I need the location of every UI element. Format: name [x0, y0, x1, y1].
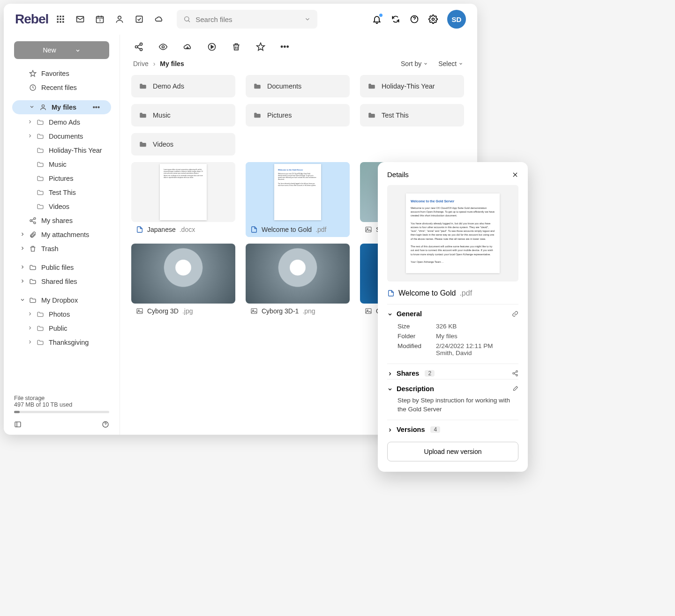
- more-icon[interactable]: •••: [93, 104, 100, 111]
- tree-item[interactable]: Holiday-This Year: [4, 143, 120, 157]
- file-tile[interactable]: Welcome to the Gold ServerWelcome to you…: [246, 162, 350, 237]
- crumb-root[interactable]: Drive: [133, 60, 149, 67]
- settings-icon[interactable]: [428, 15, 438, 24]
- calendar-icon[interactable]: 9: [95, 15, 105, 24]
- chevron-right-icon: [27, 339, 33, 346]
- close-icon[interactable]: [512, 171, 518, 178]
- file-tile[interactable]: Lorem ipsum dolor sit amet consectetur a…: [131, 162, 235, 237]
- tree-item[interactable]: Videos: [4, 200, 120, 214]
- cloud-icon[interactable]: [154, 15, 164, 24]
- upload-new-version-button[interactable]: Upload new version: [387, 442, 518, 461]
- svg-point-39: [516, 374, 518, 376]
- file-thumbnail: [131, 244, 235, 304]
- svg-rect-1: [60, 16, 61, 17]
- sidebar-myattachments[interactable]: My attachments: [4, 228, 120, 242]
- play-button[interactable]: [207, 42, 217, 52]
- file-storage: File storage 497 MB of 10 TB used: [4, 391, 120, 417]
- view-button[interactable]: [158, 42, 168, 52]
- section-general-header[interactable]: General: [387, 310, 518, 318]
- svg-point-37: [516, 371, 518, 372]
- avatar[interactable]: SD: [447, 10, 466, 29]
- section-general: General Size326 KB FolderMy files Modifi…: [387, 304, 518, 364]
- search-input[interactable]: [195, 15, 300, 23]
- tree-item[interactable]: Photos: [4, 307, 120, 321]
- folder-icon: [29, 297, 37, 304]
- more-button[interactable]: •••: [280, 42, 290, 52]
- svg-rect-35: [366, 309, 371, 314]
- folder-card[interactable]: Documents: [246, 75, 350, 97]
- tasks-icon[interactable]: [135, 15, 144, 24]
- sidebar-mydropbox[interactable]: My Dropbox: [4, 293, 120, 307]
- share-icon[interactable]: [512, 370, 518, 377]
- folder-icon: [37, 325, 44, 332]
- folder-icon: [37, 147, 44, 154]
- svg-point-12: [118, 16, 121, 19]
- section-description: Description Step by Step instruction for…: [387, 379, 518, 420]
- file-tile[interactable]: Cyborg 3D-1.png: [246, 244, 350, 319]
- tree-item[interactable]: Public: [4, 321, 120, 335]
- tree-item[interactable]: Pictures: [4, 171, 120, 186]
- folder-card[interactable]: Music: [131, 104, 235, 126]
- chevron-down-icon[interactable]: [304, 16, 311, 22]
- search-bar[interactable]: [177, 10, 317, 29]
- file-tile[interactable]: Cyborg 3D.jpg: [131, 244, 235, 319]
- svg-point-27: [162, 46, 165, 48]
- help-icon[interactable]: [410, 15, 419, 24]
- help-icon[interactable]: [102, 421, 109, 428]
- chevron-right-icon: [387, 427, 393, 432]
- mail-icon[interactable]: [75, 15, 85, 24]
- notifications-icon[interactable]: [372, 15, 382, 24]
- svg-point-38: [513, 372, 515, 374]
- folder-card[interactable]: Test This: [360, 104, 464, 126]
- filetype-icon: [250, 226, 258, 233]
- section-versions-header[interactable]: Versions 4: [387, 426, 518, 433]
- filetype-icon: [365, 307, 372, 315]
- share-button[interactable]: [134, 42, 143, 52]
- section-shares-header[interactable]: Shares 2: [387, 370, 518, 377]
- select-button[interactable]: Select: [438, 60, 463, 67]
- folder-icon: [29, 278, 37, 285]
- breadcrumb-row: Drive › My files Sort by Select: [131, 59, 463, 75]
- sidebar-myshares[interactable]: My shares: [4, 214, 120, 228]
- folder-card[interactable]: Holiday-This Year: [360, 75, 464, 97]
- tree-item[interactable]: Test This: [4, 186, 120, 200]
- chevron-right-icon: [20, 264, 25, 271]
- download-button[interactable]: [183, 42, 192, 52]
- sidebar-publicfiles[interactable]: Public files: [4, 260, 120, 275]
- chevron-right-icon: [27, 119, 33, 126]
- section-description-header[interactable]: Description: [387, 385, 518, 393]
- edit-icon[interactable]: [512, 386, 518, 392]
- sidebar-favorites[interactable]: Favorites: [4, 67, 120, 81]
- tree-item[interactable]: Documents: [4, 129, 120, 143]
- svg-point-21: [34, 222, 36, 224]
- svg-rect-4: [60, 18, 61, 20]
- chevron-right-icon: [27, 133, 33, 140]
- sidebar-sharedfiles[interactable]: Shared files: [4, 275, 120, 289]
- contacts-icon[interactable]: [115, 15, 124, 24]
- sort-by-button[interactable]: Sort by: [401, 60, 428, 67]
- sidebar-myfiles[interactable]: My files •••: [12, 100, 111, 114]
- panel-toggle-icon[interactable]: [14, 421, 22, 428]
- folder-card[interactable]: Videos: [131, 133, 235, 156]
- sync-icon[interactable]: [391, 15, 400, 24]
- folder-card[interactable]: Demo Ads: [131, 75, 235, 97]
- svg-rect-5: [62, 18, 64, 20]
- svg-rect-22: [15, 422, 21, 427]
- svg-rect-31: [137, 309, 142, 314]
- delete-button[interactable]: [232, 42, 241, 52]
- sidebar: New Favorites Recent files My files ••• …: [4, 35, 120, 435]
- folder-icon: [139, 140, 147, 148]
- new-button[interactable]: New: [14, 41, 109, 59]
- folder-card[interactable]: Pictures: [246, 104, 350, 126]
- tree-item[interactable]: Music: [4, 157, 120, 171]
- file-thumbnail: Lorem ipsum dolor sit amet consectetur a…: [131, 162, 235, 222]
- tree-item[interactable]: Demo Ads: [4, 115, 120, 129]
- svg-point-14: [185, 17, 189, 21]
- sidebar-recent[interactable]: Recent files: [4, 81, 120, 95]
- favorite-button[interactable]: [256, 42, 265, 52]
- apps-grid-icon[interactable]: [56, 15, 65, 24]
- storage-used: 497 MB of 10 TB used: [14, 401, 109, 408]
- link-icon[interactable]: [512, 311, 518, 317]
- tree-item[interactable]: Thanksgiving: [4, 335, 120, 349]
- sidebar-trash[interactable]: Trash: [4, 242, 120, 256]
